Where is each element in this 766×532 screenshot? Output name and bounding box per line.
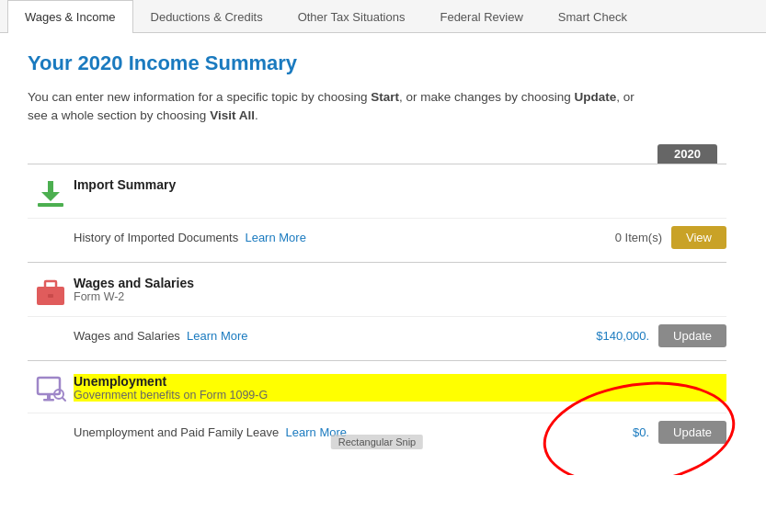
tab-smart-check[interactable]: Smart Check bbox=[541, 0, 645, 33]
wages-update-button[interactable]: Update bbox=[658, 324, 726, 347]
wages-salaries-row: Wages and Salaries Learn More $140,000. … bbox=[28, 316, 726, 355]
svg-rect-8 bbox=[43, 399, 54, 402]
intro-text: You can enter new information for a spec… bbox=[28, 88, 726, 126]
import-learn-more-link[interactable]: Learn More bbox=[245, 231, 305, 244]
svg-marker-2 bbox=[41, 192, 60, 201]
wages-salaries-header: Wages and Salaries Form W-2 bbox=[28, 276, 726, 309]
unemployment-icon bbox=[28, 374, 74, 405]
wages-icon bbox=[28, 276, 74, 309]
svg-rect-6 bbox=[38, 378, 60, 394]
import-summary-header: Import Summary bbox=[28, 177, 726, 210]
tab-deductions-credits[interactable]: Deductions & Credits bbox=[133, 0, 280, 33]
main-content: Your 2020 Income Summary You can enter n… bbox=[0, 33, 754, 475]
unemployment-section: Unemployment Government benefits on Form… bbox=[28, 360, 726, 457]
unemployment-update-button[interactable]: Update bbox=[658, 421, 726, 444]
import-summary-title-block: Import Summary bbox=[74, 177, 726, 192]
tab-navigation: Wages & Income Deductions & Credits Othe… bbox=[0, 0, 766, 33]
unemployment-svg-icon bbox=[34, 374, 67, 405]
wages-learn-more-link[interactable]: Learn More bbox=[187, 329, 247, 343]
unemployment-header: Unemployment Government benefits on Form… bbox=[28, 374, 726, 405]
import-row-label: History of Imported Documents Learn More bbox=[74, 231, 589, 244]
import-summary-row: History of Imported Documents Learn More… bbox=[28, 218, 726, 256]
svg-rect-4 bbox=[45, 281, 56, 289]
year-badge: 2020 bbox=[657, 144, 717, 164]
import-icon bbox=[28, 177, 74, 210]
page-title: Your 2020 Income Summary bbox=[28, 51, 726, 75]
svg-rect-7 bbox=[47, 394, 51, 399]
unemployment-row-amount: $0. bbox=[576, 425, 649, 439]
svg-rect-0 bbox=[38, 203, 63, 207]
unemployment-title-block: Unemployment Government benefits on Form… bbox=[74, 374, 726, 402]
wages-salaries-section: Wages and Salaries Form W-2 Wages and Sa… bbox=[28, 262, 726, 360]
wages-salaries-subtitle: Form W-2 bbox=[74, 290, 726, 303]
snip-watermark: Rectangular Snip bbox=[331, 435, 423, 449]
import-summary-section: Import Summary History of Imported Docum… bbox=[28, 164, 726, 262]
wages-row-label: Wages and Salaries Learn More bbox=[74, 329, 576, 343]
unemployment-title: Unemployment bbox=[74, 374, 726, 389]
tab-federal-review[interactable]: Federal Review bbox=[422, 0, 540, 33]
import-row-items: 0 Item(s) bbox=[589, 231, 662, 244]
year-header-row: 2020 bbox=[28, 144, 726, 164]
import-summary-title: Import Summary bbox=[74, 177, 726, 192]
wages-row-amount: $140,000. bbox=[576, 329, 649, 343]
unemployment-row-label: Unemployment and Paid Family Leave Learn… bbox=[74, 425, 576, 439]
unemployment-subtitle: Government benefits on Form 1099-G bbox=[74, 389, 726, 402]
wages-svg-icon bbox=[35, 276, 66, 309]
wages-title-block: Wages and Salaries Form W-2 bbox=[74, 276, 726, 303]
import-view-button[interactable]: View bbox=[671, 226, 726, 249]
svg-rect-5 bbox=[48, 294, 53, 298]
tab-other-situations[interactable]: Other Tax Situations bbox=[280, 0, 423, 33]
wages-salaries-title: Wages and Salaries bbox=[74, 276, 726, 290]
tab-wages-income[interactable]: Wages & Income bbox=[7, 0, 133, 33]
import-svg-icon bbox=[34, 177, 67, 210]
svg-line-10 bbox=[63, 398, 65, 401]
